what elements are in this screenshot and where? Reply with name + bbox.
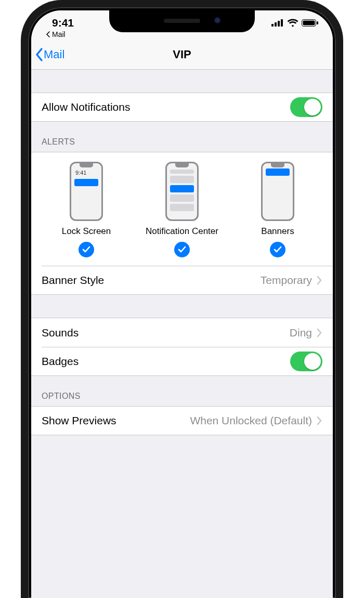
alerts-panel: 9:41 Lock Screen Notification Center [31, 152, 333, 266]
row-badges[interactable]: Badges [31, 347, 333, 376]
battery-icon [302, 19, 318, 27]
row-label: Badges [42, 355, 79, 368]
alert-option-notification-center[interactable]: Notification Center [135, 162, 229, 257]
breadcrumb-back[interactable]: Mail [46, 30, 66, 38]
status-time: 9:41 [52, 17, 74, 29]
section-header-alerts: ALERTS [31, 122, 333, 152]
svg-rect-1 [275, 22, 277, 27]
banners-icon [261, 162, 294, 221]
svg-rect-5 [303, 21, 315, 25]
notification-center-icon [165, 162, 199, 221]
chevron-right-icon [316, 276, 322, 285]
side-button [21, 177, 22, 211]
toggle-badges[interactable] [290, 352, 322, 371]
alert-option-label: Banners [261, 226, 294, 237]
nav-bar: Mail VIP [31, 40, 333, 70]
row-label: Banner Style [42, 274, 104, 287]
breadcrumb-label: Mail [52, 30, 66, 38]
chevron-right-icon [316, 328, 322, 337]
section-header-options: OPTIONS [31, 376, 333, 406]
checkmark-icon [79, 242, 94, 257]
side-button [21, 96, 22, 114]
cellular-icon [271, 19, 284, 27]
wifi-icon [287, 19, 298, 27]
side-button [342, 142, 343, 194]
screen: 9:41 Mail Mail VIP Allow Notifications [31, 10, 333, 598]
page-title: VIP [173, 48, 191, 61]
caret-left-icon [46, 31, 51, 37]
row-value: Temporary [261, 274, 312, 287]
svg-rect-0 [271, 24, 274, 27]
alert-option-lock-screen[interactable]: 9:41 Lock Screen [39, 162, 134, 257]
row-label: Sounds [42, 327, 79, 339]
svg-rect-3 [281, 19, 283, 27]
chevron-right-icon [316, 416, 322, 425]
chevron-left-icon [34, 47, 45, 62]
svg-rect-6 [317, 21, 318, 24]
alert-option-label: Lock Screen [62, 226, 111, 237]
row-value: Ding [290, 327, 312, 339]
row-banner-style[interactable]: Banner Style Temporary [31, 266, 333, 295]
alert-option-banners[interactable]: Banners [230, 162, 325, 257]
device-frame: 9:41 Mail Mail VIP Allow Notifications [21, 0, 343, 598]
row-label: Show Previews [42, 414, 116, 427]
row-allow-notifications[interactable]: Allow Notifications [31, 93, 333, 122]
notch [109, 10, 255, 32]
row-show-previews[interactable]: Show Previews When Unlocked (Default) [31, 406, 333, 435]
back-label: Mail [44, 48, 64, 61]
checkmark-icon [174, 242, 190, 257]
row-value: When Unlocked (Default) [190, 414, 312, 427]
row-label: Allow Notifications [42, 101, 130, 113]
alert-option-label: Notification Center [146, 226, 218, 237]
side-button [21, 132, 22, 166]
checkmark-icon [270, 242, 285, 257]
row-sounds[interactable]: Sounds Ding [31, 318, 333, 347]
lock-screen-icon: 9:41 [70, 162, 103, 221]
back-button[interactable]: Mail [34, 40, 64, 69]
toggle-allow-notifications[interactable] [290, 97, 322, 117]
svg-rect-2 [278, 21, 280, 27]
